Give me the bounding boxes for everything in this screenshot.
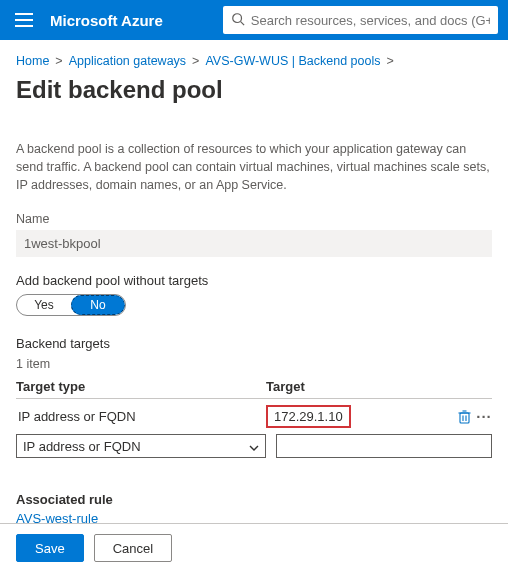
search-box[interactable]: [223, 6, 498, 34]
row-actions: ···: [456, 409, 492, 425]
topbar: Microsoft Azure: [0, 0, 508, 40]
breadcrumb-home[interactable]: Home: [16, 54, 49, 68]
breadcrumb-appgw[interactable]: Application gateways: [69, 54, 186, 68]
breadcrumb-pool[interactable]: AVS-GW-WUS | Backend pools: [205, 54, 380, 68]
target-ip[interactable]: 172.29.1.10: [266, 405, 351, 428]
chevron-down-icon: [249, 439, 259, 454]
associated-rule-section: Associated rule AVS-west-rule: [16, 492, 492, 526]
toggle-yes[interactable]: Yes: [17, 295, 71, 315]
target-type-value: IP address or FQDN: [16, 409, 266, 424]
targets-count: 1 item: [16, 357, 492, 371]
page-title: Edit backend pool: [16, 76, 492, 104]
page-description: A backend pool is a collection of resour…: [16, 140, 492, 194]
save-button[interactable]: Save: [16, 534, 84, 562]
menu-icon[interactable]: [0, 0, 48, 40]
chevron-right-icon: >: [55, 54, 62, 68]
chevron-right-icon: >: [386, 54, 393, 68]
col-target-type: Target type: [16, 379, 266, 394]
content-area: Home > Application gateways > AVS-GW-WUS…: [0, 40, 508, 526]
table-row: IP address or FQDN 172.29.1.10 ···: [16, 399, 492, 430]
col-target: Target: [266, 379, 492, 394]
search-icon: [231, 12, 245, 29]
cancel-button[interactable]: Cancel: [94, 534, 172, 562]
search-input[interactable]: [251, 13, 490, 28]
more-icon[interactable]: ···: [476, 409, 492, 425]
search-wrap: [223, 0, 498, 40]
backend-targets-heading: Backend targets: [16, 336, 492, 351]
svg-rect-5: [460, 413, 469, 423]
name-input: [16, 230, 492, 257]
targets-header-row: Target type Target: [16, 379, 492, 399]
brand-label: Microsoft Azure: [48, 12, 163, 29]
toggle-no[interactable]: No: [71, 295, 125, 315]
target-type-dropdown[interactable]: IP address or FQDN: [16, 434, 266, 458]
breadcrumb: Home > Application gateways > AVS-GW-WUS…: [16, 50, 492, 76]
chevron-right-icon: >: [192, 54, 199, 68]
target-value-cell: 172.29.1.10: [266, 405, 450, 428]
targets-table: Target type Target IP address or FQDN 17…: [16, 379, 492, 458]
associated-rule-heading: Associated rule: [16, 492, 492, 507]
new-target-row: IP address or FQDN: [16, 434, 492, 458]
without-targets-label: Add backend pool without targets: [16, 273, 492, 288]
dropdown-value: IP address or FQDN: [23, 439, 141, 454]
footer-bar: Save Cancel: [0, 523, 508, 572]
svg-point-3: [233, 13, 242, 22]
delete-icon[interactable]: [456, 409, 472, 425]
target-value-input[interactable]: [276, 434, 492, 458]
without-targets-toggle[interactable]: Yes No: [16, 294, 126, 316]
name-label: Name: [16, 212, 492, 226]
svg-line-4: [240, 21, 244, 25]
